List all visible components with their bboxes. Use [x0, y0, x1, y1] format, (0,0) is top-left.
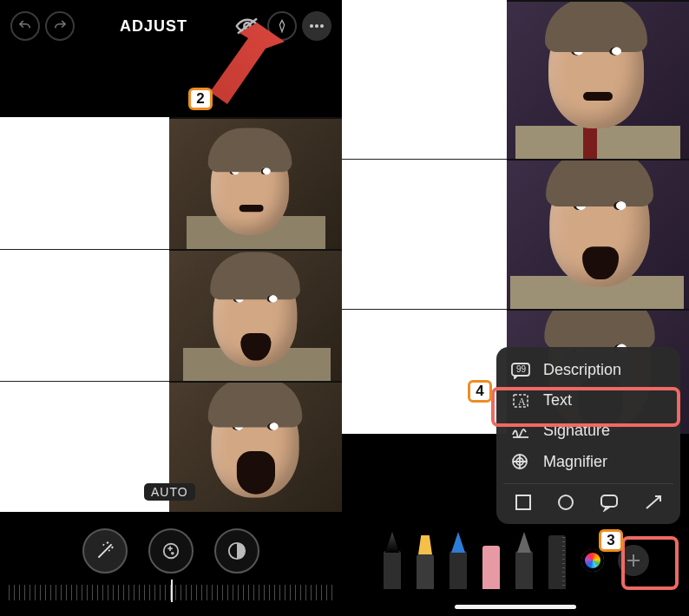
- circle-shape-button[interactable]: [556, 493, 575, 512]
- menu-label: Description: [543, 361, 621, 379]
- square-shape-button[interactable]: [514, 493, 533, 512]
- meme-panel-2: [169, 249, 342, 383]
- lasso-tool[interactable]: [514, 532, 535, 589]
- home-indicator[interactable]: [455, 605, 576, 609]
- svg-text:99: 99: [516, 364, 527, 374]
- pen-tool[interactable]: [382, 532, 403, 589]
- svg-text:A: A: [518, 396, 526, 408]
- marker-tool[interactable]: [415, 532, 436, 589]
- menu-label: Signature: [543, 422, 610, 440]
- menu-item-magnifier[interactable]: Magnifier: [503, 447, 673, 476]
- adjust-slider-ruler[interactable]: [9, 585, 333, 600]
- svg-point-18: [559, 495, 573, 509]
- svg-point-4: [320, 24, 324, 28]
- arrow-shape-button[interactable]: [643, 493, 664, 512]
- step-badge-3: 3: [599, 529, 623, 552]
- meme-preview-left[interactable]: [0, 117, 342, 512]
- menu-item-description[interactable]: 99 Description: [503, 356, 673, 384]
- undo-icon: [17, 18, 33, 34]
- more-button[interactable]: [302, 11, 331, 41]
- redo-icon: [52, 18, 68, 34]
- svg-rect-17: [516, 495, 530, 509]
- description-icon: 99: [510, 362, 531, 379]
- step-badge-4: 4: [468, 380, 492, 403]
- svg-rect-19: [601, 495, 617, 507]
- speech-bubble-shape-button[interactable]: [599, 493, 620, 512]
- meme-panel-1: [169, 117, 342, 251]
- auto-adjust-chip[interactable]: AUTO: [144, 483, 195, 501]
- svg-point-3: [315, 24, 318, 28]
- exposure-icon: [161, 541, 180, 560]
- svg-marker-23: [210, 23, 285, 104]
- mode-title: ADJUST: [120, 17, 187, 36]
- redo-button[interactable]: [45, 11, 75, 41]
- menu-item-signature[interactable]: Signature: [503, 416, 673, 445]
- magnifier-icon: [510, 452, 531, 471]
- add-markup-button[interactable]: [618, 545, 649, 576]
- undo-button[interactable]: [10, 11, 40, 41]
- contrast-icon: [227, 541, 246, 560]
- menu-label: Text: [543, 391, 572, 410]
- svg-point-2: [310, 24, 313, 28]
- text-icon: A: [510, 392, 531, 410]
- shape-tools-row: [503, 483, 673, 514]
- meme-panel-3: [169, 381, 342, 513]
- meme-panel-r2: [507, 159, 689, 311]
- meme-panel-r1: [507, 0, 689, 161]
- magic-wand-button[interactable]: [82, 528, 128, 573]
- markup-add-menu: 99 Description A Text Signature Magnifie…: [496, 347, 680, 524]
- step-badge-2: 2: [188, 88, 213, 110]
- more-icon: [309, 23, 325, 29]
- svg-line-20: [646, 496, 660, 508]
- photo-edit-toolbar: ADJUST: [0, 0, 342, 52]
- ruler-tool[interactable]: [547, 532, 568, 589]
- plus-icon: [626, 553, 641, 568]
- menu-label: Magnifier: [543, 453, 607, 471]
- menu-item-text[interactable]: A Text: [503, 386, 673, 415]
- svg-point-8: [172, 553, 174, 554]
- exposure-button[interactable]: [148, 528, 194, 573]
- pencil-tool[interactable]: [448, 532, 469, 589]
- contrast-button[interactable]: [214, 528, 259, 573]
- magic-wand-icon: [94, 540, 116, 562]
- signature-icon: [510, 423, 531, 440]
- eraser-tool[interactable]: [481, 532, 502, 589]
- markup-bottom-toolbar: [342, 529, 689, 616]
